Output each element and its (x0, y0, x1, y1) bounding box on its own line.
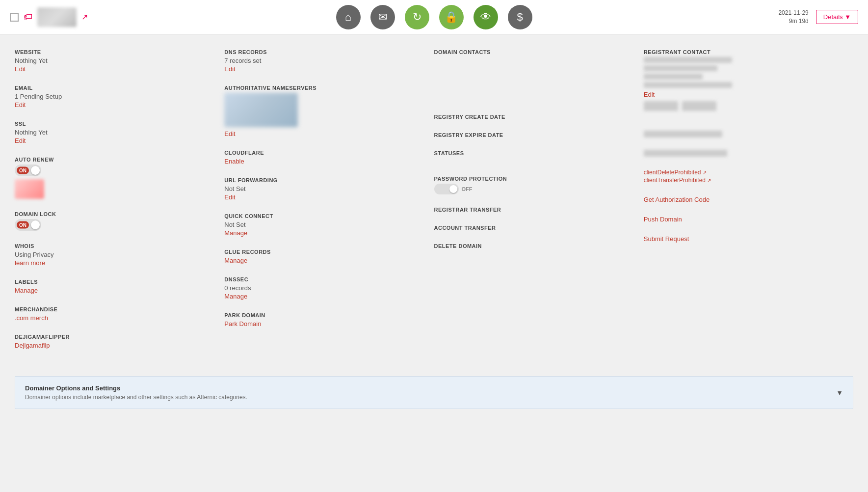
auto-renew-toggle-container: ON (15, 164, 214, 176)
dejigamaflipper-link[interactable]: Dejigamaflip (15, 342, 50, 349)
domainer-text: Domainer Options and Settings Domainer o… (25, 384, 247, 401)
statuses-section: STATUSES (434, 150, 634, 156)
auto-renew-image (15, 179, 44, 199)
domainer-description: Domainer options include marketplace and… (25, 394, 247, 401)
tag-icon[interactable]: 🏷 (24, 12, 32, 22)
cloudflare-label: CLOUDFLARE (224, 150, 424, 156)
get-authorization-code-link[interactable]: Get Authorization Code (644, 196, 710, 203)
email-edit-link[interactable]: Edit (15, 101, 26, 109)
details-button[interactable]: Details ▼ (816, 10, 858, 24)
url-forwarding-value: Not Set (224, 185, 424, 192)
home-nav-button[interactable]: ⌂ (336, 5, 361, 29)
account-transfer-section: ACCOUNT TRANSFER (434, 225, 634, 231)
registrant-contact-edit-link[interactable]: Edit (644, 91, 655, 98)
quick-connect-label: QUICK CONNECT (224, 213, 424, 219)
glue-records-label: GLUE RECORDS (224, 249, 424, 255)
domain-contacts-section: DOMAIN CONTACTS (434, 49, 634, 55)
email-section: EMAIL 1 Pending Setup Edit (15, 85, 214, 109)
status-2-link[interactable]: clientTransferProhibited ↗ (644, 177, 843, 184)
top-bar: 🏷 ↗ ⌂ ✉ ↻ 🔒 👁 $ 2021-11-29 9m 19d Detail… (0, 0, 868, 34)
status-1-link[interactable]: clientDeleteProhibited ↗ (644, 169, 843, 176)
main-content: WEBSITE Nothing Yet Edit EMAIL 1 Pending… (0, 34, 868, 419)
park-domain-section: PARK DOMAIN Park Domain (224, 312, 424, 328)
dns-records-value: 7 records set (224, 57, 424, 64)
dnssec-manage-link[interactable]: Manage (224, 293, 247, 300)
whois-section: WHOIS Using Privacy learn more (15, 243, 214, 267)
domainer-header: Domainer Options and Settings Domainer o… (25, 384, 843, 401)
domain-lock-section: DOMAIN LOCK ON (15, 211, 214, 231)
labels-label: LABELS (15, 279, 214, 285)
duration-value: 9m 19d (778, 17, 808, 26)
whois-label: WHOIS (15, 243, 214, 249)
auto-renew-section: AUTO RENEW ON (15, 157, 214, 199)
password-protection-section: PASSWORD PROTECTION OFF (434, 176, 634, 194)
quick-connect-value: Not Set (224, 221, 424, 228)
dollar-nav-button[interactable]: $ (508, 5, 532, 29)
cloudflare-enable-link[interactable]: Enable (224, 158, 244, 165)
submit-request-link[interactable]: Submit Request (644, 235, 689, 243)
col-4: Registrant Contact Edit (644, 49, 853, 371)
labels-section: LABELS Manage (15, 279, 214, 294)
contact-thumb-1 (644, 101, 678, 111)
push-domain-link[interactable]: Push Domain (644, 216, 682, 223)
refresh-nav-button[interactable]: ↻ (405, 5, 429, 29)
email-value: 1 Pending Setup (15, 93, 214, 100)
email-nav-button[interactable]: ✉ (370, 5, 395, 29)
dnssec-value: 0 records (224, 284, 424, 292)
col-1: WEBSITE Nothing Yet Edit EMAIL 1 Pending… (15, 49, 224, 371)
domain-checkbox[interactable] (10, 13, 19, 22)
whois-learn-more-link[interactable]: learn more (15, 259, 45, 267)
ssl-edit-link[interactable]: Edit (15, 137, 26, 144)
domainer-chevron-down-icon[interactable]: ▼ (836, 389, 843, 397)
auto-renew-knob (31, 166, 40, 175)
dns-records-edit-link[interactable]: Edit (224, 65, 235, 73)
contact-line-2 (644, 65, 717, 71)
status-1-text: clientDeleteProhibited (644, 169, 701, 176)
merchandise-link[interactable]: .com merch (15, 314, 48, 322)
external-icon-2: ↗ (707, 178, 711, 183)
contact-line-4 (644, 82, 732, 88)
date-info: 2021-11-29 9m 19d (778, 9, 808, 26)
eye-nav-button[interactable]: 👁 (473, 5, 498, 29)
account-transfer-action-section: Push Domain (644, 216, 843, 223)
top-bar-right: 2021-11-29 9m 19d Details ▼ (646, 9, 858, 26)
website-section: WEBSITE Nothing Yet Edit (15, 49, 214, 73)
auto-renew-on-label: ON (17, 167, 29, 174)
quick-connect-manage-link[interactable]: Manage (224, 229, 247, 237)
registry-create-value-section (644, 131, 843, 137)
glue-records-manage-link[interactable]: Manage (224, 257, 247, 264)
website-edit-link[interactable]: Edit (15, 65, 26, 73)
external-link-icon[interactable]: ↗ (81, 12, 88, 22)
authoritative-ns-edit-link[interactable]: Edit (224, 130, 235, 137)
contact-thumb-2 (682, 101, 716, 111)
dns-records-label: DNS RECORDS (224, 49, 424, 55)
lock-nav-button[interactable]: 🔒 (439, 5, 464, 29)
merchandise-section: MERCHANDISE .com merch (15, 306, 214, 322)
domain-thumbnail (37, 7, 77, 27)
password-protection-toggle[interactable] (434, 184, 459, 194)
date-value: 2021-11-29 (778, 9, 808, 17)
external-icon-1: ↗ (703, 170, 707, 175)
url-forwarding-edit-link[interactable]: Edit (224, 193, 235, 201)
registry-create-date-label: REGISTRY CREATE DATE (434, 114, 634, 120)
auto-renew-toggle[interactable]: ON (15, 164, 41, 176)
dejigamaflipper-label: DEJIGAMAFLIPPER (15, 334, 214, 340)
account-transfer-label: ACCOUNT TRANSFER (434, 225, 634, 231)
top-bar-left: 🏷 ↗ (10, 7, 222, 27)
ssl-label: SSL (15, 121, 214, 127)
domain-lock-toggle[interactable]: ON (15, 219, 41, 231)
statuses-label: STATUSES (434, 150, 634, 156)
top-bar-nav: ⌂ ✉ ↻ 🔒 👁 $ (222, 5, 646, 29)
website-value: Nothing Yet (15, 57, 214, 64)
contact-line-1 (644, 57, 732, 63)
ssl-value: Nothing Yet (15, 129, 214, 136)
registrar-transfer-action-section: Get Authorization Code (644, 196, 843, 203)
park-domain-link[interactable]: Park Domain (224, 320, 261, 328)
statuses-values-section: clientDeleteProhibited ↗ clientTransferP… (644, 169, 843, 184)
registry-expire-date-section: REGISTRY EXPIRE DATE (434, 132, 634, 138)
park-domain-label: PARK DOMAIN (224, 312, 424, 318)
labels-manage-link[interactable]: Manage (15, 287, 38, 294)
delete-domain-action-section: Submit Request (644, 235, 843, 243)
merchandise-label: MERCHANDISE (15, 306, 214, 312)
dnssec-label: DNSSEC (224, 276, 424, 282)
